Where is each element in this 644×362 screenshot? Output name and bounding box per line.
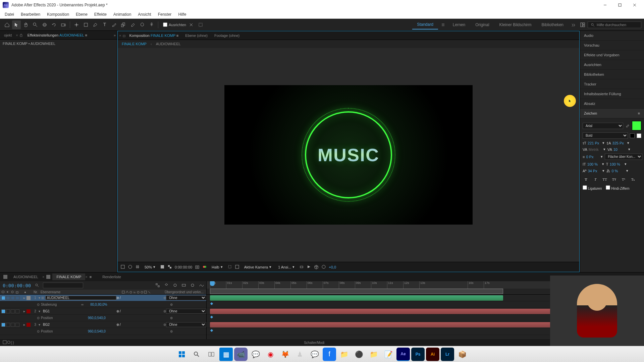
toggle-grid-icon[interactable] <box>135 264 140 270</box>
taskbar-app-1[interactable]: ▦ <box>219 348 233 361</box>
panel-preview[interactable]: Vorschau <box>580 41 644 50</box>
workspace-small[interactable]: Kleiner Bildschirm <box>495 20 536 29</box>
layer-name-bg2[interactable]: BG2 <box>42 323 116 326</box>
menu-help[interactable]: Hilfe <box>175 11 190 18</box>
track-bar-audiowheel[interactable] <box>210 295 503 301</box>
search-icon[interactable] <box>35 283 39 288</box>
layer-tab[interactable]: Ebene (ohne) <box>182 32 211 39</box>
swap-colors-icon[interactable] <box>637 133 641 138</box>
tab-close-icon[interactable]: × <box>16 33 18 37</box>
brush-tool[interactable] <box>110 20 118 29</box>
menu-layer[interactable]: Ebene <box>72 11 91 18</box>
taskbar-app-6[interactable]: 📦 <box>455 348 469 361</box>
vscale-value[interactable]: 100 % <box>587 162 601 166</box>
view-dropdown[interactable]: 1 Ansi... ▾ <box>276 264 297 270</box>
anchor-tool[interactable] <box>72 20 81 29</box>
snap-options[interactable] <box>187 20 196 29</box>
timeline-tab-finale[interactable]: FINALE KOMP <box>52 274 85 280</box>
italic-button[interactable]: T <box>592 176 599 183</box>
renderer-icon[interactable] <box>321 264 326 270</box>
taskbar-app-4[interactable]: ♟ <box>293 348 307 361</box>
panel-align[interactable]: Ausrichten <box>580 60 644 70</box>
minimize-button[interactable] <box>598 0 612 10</box>
leading-value[interactable]: 325 Px <box>612 141 626 145</box>
taskbar-explorer[interactable]: 📁 <box>367 348 380 361</box>
panel-paragraph[interactable]: Absatz <box>580 99 644 109</box>
timecode-display[interactable]: 0:00:00:00 <box>175 265 192 269</box>
stroke-color-swatch[interactable] <box>630 133 635 138</box>
comp-tab-close-icon[interactable]: × <box>119 34 121 38</box>
taskbar-obs[interactable]: ⚫ <box>352 348 366 361</box>
effect-controls-tab[interactable]: Effekteinstellungen AUDIOWHEEL ≡ <box>25 32 90 39</box>
ligatures-checkbox[interactable]: Ligaturen <box>583 185 602 190</box>
workspace-reset[interactable] <box>578 20 587 29</box>
parent-dropdown-2[interactable]: Ohne <box>166 309 206 314</box>
keyframe-position-bg2[interactable] <box>210 329 213 332</box>
layer-row-bg1[interactable]: ▸ 2 ▾ BG1 ⊕/ ⊚ Ohne <box>0 308 206 315</box>
menu-file[interactable]: Datei <box>1 11 17 18</box>
fast-preview-icon[interactable] <box>307 264 311 270</box>
current-timecode[interactable]: 0:00:00:00 <box>3 283 31 288</box>
close-button[interactable] <box>628 0 641 10</box>
switches-modes-toggle[interactable]: Schalter/Modi <box>14 341 614 345</box>
hand-tool[interactable] <box>21 20 30 29</box>
shape-tool[interactable] <box>82 20 90 29</box>
taskbar-photoshop[interactable]: Ps <box>411 348 425 361</box>
graph-editor-icon[interactable] <box>199 283 204 288</box>
menu-edit[interactable]: Bearbeiten <box>17 11 44 18</box>
menu-effects[interactable]: Effekte <box>91 11 110 18</box>
stroke-option-select[interactable]: Fläche über Kon... <box>605 154 642 160</box>
camera-dropdown[interactable]: Aktive Kamera ▾ <box>242 264 274 270</box>
panel-overflow-icon[interactable]: » <box>114 33 116 37</box>
toggle-modes-icon[interactable] <box>7 340 11 345</box>
baseline-value[interactable]: 34 Px <box>588 169 601 173</box>
composition-tab[interactable]: Komposition FINALE KOMP ≡ <box>126 32 182 39</box>
taskbar-app-5[interactable]: 📁 <box>337 348 351 361</box>
allcaps-button[interactable]: TT <box>601 176 608 183</box>
snapshot-icon[interactable] <box>195 264 200 270</box>
workspace-learn[interactable]: Lernen <box>448 20 470 29</box>
stroke-value[interactable]: 0 Px <box>586 155 599 159</box>
selection-tool[interactable] <box>12 20 21 29</box>
text-tool[interactable]: T <box>100 20 109 29</box>
tsume-value[interactable]: 0 % <box>611 169 625 173</box>
keyframe-scaling[interactable] <box>210 302 213 305</box>
workspace-libraries[interactable]: Bibliotheken <box>537 20 568 29</box>
panel-tracker[interactable]: Tracker <box>580 79 644 89</box>
panel-character[interactable]: Zeichen≡ <box>580 109 644 118</box>
draft3d-icon[interactable] <box>164 283 169 288</box>
smallcaps-button[interactable]: Tᴛ <box>611 176 618 183</box>
snap-grid[interactable] <box>196 20 205 29</box>
hscale-value[interactable]: 100 % <box>610 162 623 166</box>
home-tool[interactable] <box>3 20 11 29</box>
rotate-tool[interactable] <box>50 20 58 29</box>
toggle-brackets-icon[interactable]: { } <box>11 341 14 345</box>
toggle-mask-icon[interactable] <box>128 264 132 270</box>
bold-button[interactable]: T <box>583 176 589 183</box>
workspace-standard[interactable]: Standard <box>412 20 438 29</box>
taskbar-app-3[interactable]: ◉ <box>264 348 277 361</box>
zoom-tool[interactable] <box>31 20 40 29</box>
taskbar-lightroom[interactable]: Lr <box>441 348 454 361</box>
exposure-value[interactable]: +0,0 <box>329 265 336 269</box>
transparency-icon[interactable] <box>167 264 172 270</box>
tracking-value[interactable]: 10 <box>613 147 627 152</box>
task-view-button[interactable] <box>205 348 218 361</box>
eyedropper-icon[interactable] <box>625 123 630 128</box>
clone-tool[interactable] <box>119 20 128 29</box>
taskbar-facebook[interactable]: f <box>323 348 336 361</box>
panel-effects[interactable]: Effekte und Vorgaben <box>580 50 644 60</box>
help-search[interactable]: Hilfe durchsuchen <box>588 21 641 28</box>
breadcrumb-finale[interactable]: FINALE KOMP <box>122 42 147 46</box>
frame-blend-icon[interactable] <box>181 283 186 288</box>
layer-search[interactable] <box>43 283 83 288</box>
3d-icon[interactable] <box>314 264 319 270</box>
keyframe-position-bg1[interactable] <box>210 316 213 318</box>
panel-content-aware[interactable]: Inhaltsbasierte Füllung <box>580 89 644 99</box>
playhead[interactable] <box>210 281 215 286</box>
taskbar-illustrator[interactable]: Ai <box>426 348 439 361</box>
hindi-checkbox[interactable]: Hindi-Ziffern <box>606 185 629 190</box>
subscript-button[interactable]: T₁ <box>630 176 636 183</box>
taskbar-whatsapp[interactable]: 💬 <box>249 348 262 361</box>
search-button[interactable] <box>190 348 203 361</box>
